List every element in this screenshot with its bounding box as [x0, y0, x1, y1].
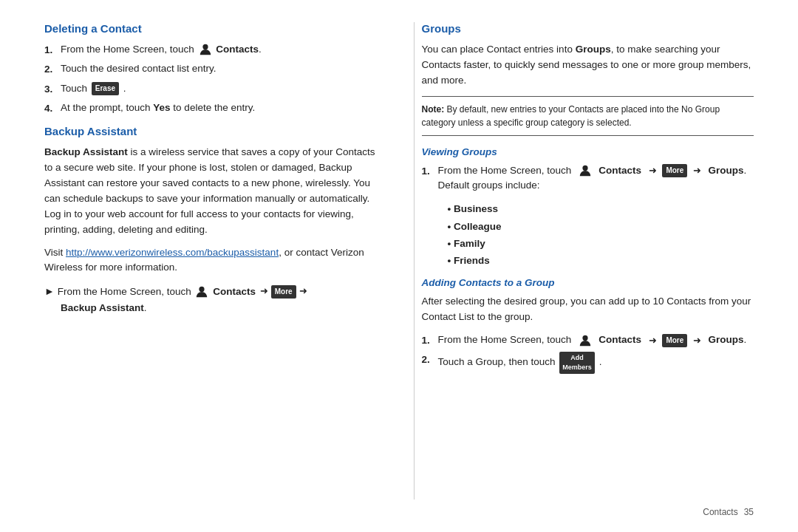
arrow-icon: ►	[44, 283, 55, 299]
footer-info: Contacts 35	[703, 507, 754, 517]
delete-step-2: 2. Touch the desired contact list entry.	[44, 61, 377, 77]
step-2-text: Touch the desired contact list entry.	[61, 61, 216, 76]
adding-contacts-body: After selecting the desired group, you c…	[422, 294, 754, 325]
footer-page-number: 35	[744, 507, 754, 517]
backup-link[interactable]: http://www.verizonwireless.com/backupass…	[66, 247, 279, 258]
adding-contacts-title: Adding Contacts to a Group	[422, 277, 754, 288]
backup-bullet-row: ► From the Home Screen, touch Contacts ➜…	[44, 283, 377, 299]
viewing-step-1-text: From the Home Screen, touch Contacts ➜ M…	[438, 163, 754, 194]
more-button-view: More	[662, 164, 687, 177]
deleting-contact-section: Deleting a Contact 1. From the Home Scre…	[44, 22, 377, 116]
viewing-groups-section: Viewing Groups 1. From the Home Screen, …	[422, 146, 754, 269]
viewing-groups-title: Viewing Groups	[422, 146, 754, 157]
backup-visit-text: Visit http://www.verizonwireless.com/bac…	[44, 245, 377, 276]
step-4-text: At the prompt, touch Yes to delete the e…	[61, 100, 255, 115]
viewing-step-num-1: 1.	[422, 163, 438, 179]
delete-step-1: 1. From the Home Screen, touch Contacts.	[44, 42, 377, 58]
backup-assistant-body: Backup Assistant is a wireless service t…	[44, 145, 377, 238]
arrow-add-1: ➜	[649, 335, 657, 346]
adding-contacts-section: Adding Contacts to a Group After selecti…	[422, 277, 754, 373]
note-text: By default, new entries to your Contacts…	[422, 104, 720, 128]
backup-assistant-text: is a wireless service that saves a copy …	[44, 146, 375, 235]
backup-from-text: From the Home Screen, touch	[58, 284, 194, 300]
bullet-business: Business	[448, 202, 754, 216]
backup-assistant-title: Backup Assistant	[44, 125, 377, 137]
backup-assistant-section: Backup Assistant Backup Assistant is a w…	[44, 125, 377, 313]
arrow-add-2: ➜	[693, 335, 701, 346]
backup-person-icon	[195, 285, 208, 299]
delete-step-4: 4. At the prompt, touch Yes to delete th…	[44, 100, 377, 116]
step-1-text: From the Home Screen, touch Contacts.	[61, 42, 262, 57]
arrow-view-2: ➜	[693, 165, 701, 176]
adding-step-2: 2. Touch a Group, then touch AddMembers …	[422, 352, 754, 373]
delete-step-3: 3. Touch Erase .	[44, 81, 377, 97]
adding-step-1: 1. From the Home Screen, touch Contacts …	[422, 332, 754, 348]
backup-assistant-label: Backup Assistant	[61, 302, 144, 313]
arrow-right-1: ➜	[260, 284, 268, 299]
arrow-right-2: ➜	[299, 284, 307, 299]
adding-steps-list: 1. From the Home Screen, touch Contacts …	[422, 332, 754, 373]
bullet-friends: Friends	[448, 253, 754, 268]
backup-assistant-label-row: Backup Assistant.	[61, 302, 377, 313]
step-3-text: Touch Erase .	[61, 81, 126, 96]
step-num-1: 1.	[44, 42, 61, 58]
groups-title: Groups	[422, 22, 754, 35]
arrow-view-1: ➜	[649, 165, 657, 176]
deleting-contact-title: Deleting a Contact	[44, 22, 377, 35]
svg-point-0	[202, 44, 208, 50]
note-label: Note:	[422, 104, 445, 115]
footer-contacts-label: Contacts	[703, 507, 737, 517]
viewing-groups-list: 1. From the Home Screen, touch Contacts …	[422, 163, 754, 194]
svg-point-2	[582, 166, 587, 171]
adding-step-num-2: 2.	[422, 352, 438, 367]
more-button-add: More	[662, 334, 687, 347]
adding-person-icon	[579, 334, 592, 347]
yes-label: Yes	[153, 102, 170, 113]
right-column: Groups You can place Contact entries int…	[414, 22, 754, 499]
step-num-3: 3.	[44, 81, 61, 97]
contacts-label-view: Contacts	[596, 165, 644, 176]
bullet-colleague: Colleague	[448, 219, 754, 234]
adding-step-num-1: 1.	[422, 332, 438, 348]
contacts-label-1: Contacts	[216, 44, 259, 55]
groups-bold: Groups	[576, 44, 611, 55]
viewing-person-icon	[579, 164, 592, 177]
page-footer: Contacts 35	[44, 499, 754, 517]
groups-section: Groups You can place Contact entries int…	[422, 22, 754, 374]
svg-point-3	[582, 335, 587, 340]
page: Deleting a Contact 1. From the Home Scre…	[0, 0, 798, 532]
groups-body: You can place Contact entries into Group…	[422, 42, 754, 89]
groups-note: Note: By default, new entries to your Co…	[422, 96, 754, 136]
bullet-family: Family	[448, 236, 754, 251]
more-button-backup: More	[271, 285, 296, 299]
backup-assistant-bold: Backup Assistant	[44, 146, 128, 157]
groups-label-add: Groups.	[706, 334, 747, 345]
backup-contacts-label: Contacts	[210, 284, 258, 300]
step-num-2: 2.	[44, 61, 61, 77]
contacts-label-add: Contacts	[596, 334, 644, 345]
adding-step-2-text: Touch a Group, then touch AddMembers .	[438, 352, 602, 373]
step-num-4: 4.	[44, 100, 61, 116]
groups-bullet-list: Business Colleague Family Friends	[437, 202, 754, 268]
adding-step-1-text: From the Home Screen, touch Contacts ➜ M…	[438, 332, 747, 347]
deleting-steps-list: 1. From the Home Screen, touch Contacts.…	[44, 42, 377, 116]
left-column: Deleting a Contact 1. From the Home Scre…	[44, 22, 384, 499]
svg-point-1	[200, 286, 205, 291]
add-members-button-inline: AddMembers	[559, 352, 595, 373]
contacts-person-icon	[199, 43, 212, 56]
viewing-step-1: 1. From the Home Screen, touch Contacts …	[422, 163, 754, 194]
erase-button-inline: Erase	[92, 82, 119, 95]
